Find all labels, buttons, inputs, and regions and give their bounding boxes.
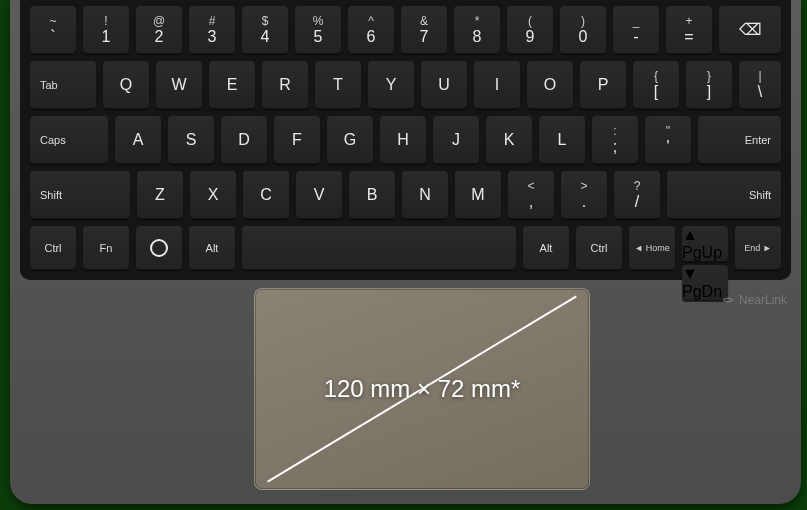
key-space[interactable] xyxy=(242,226,516,270)
key-alt-left[interactable]: Alt xyxy=(189,226,235,270)
key-a[interactable]: A xyxy=(115,116,161,164)
key-fn[interactable]: Fn xyxy=(83,226,129,270)
key-l[interactable]: L xyxy=(539,116,585,164)
key-j[interactable]: J xyxy=(433,116,479,164)
key-7[interactable]: &7 xyxy=(401,6,447,54)
key-h[interactable]: H xyxy=(380,116,426,164)
key-row-4: Shift Z X C V B N M <, >. ?/ Shift xyxy=(30,171,781,219)
key-m[interactable]: M xyxy=(455,171,501,219)
brand-text: NearLink xyxy=(739,293,787,307)
key-pgup-pgdn-stack: ▲ PgUp ▼ PgDn xyxy=(682,226,728,270)
key-r[interactable]: R xyxy=(262,61,308,109)
key-i[interactable]: I xyxy=(474,61,520,109)
key-v[interactable]: V xyxy=(296,171,342,219)
key-8[interactable]: *8 xyxy=(454,6,500,54)
nearlink-icon xyxy=(721,293,735,307)
key-u[interactable]: U xyxy=(421,61,467,109)
key-b[interactable]: B xyxy=(349,171,395,219)
key-p[interactable]: P xyxy=(580,61,626,109)
key-n[interactable]: N xyxy=(402,171,448,219)
key-alt-right[interactable]: Alt xyxy=(523,226,569,270)
key-equals[interactable]: += xyxy=(666,6,712,54)
key-e[interactable]: E xyxy=(209,61,255,109)
key-o[interactable]: O xyxy=(527,61,573,109)
key-tab[interactable]: Tab xyxy=(30,61,96,109)
key-1[interactable]: !1 xyxy=(83,6,129,54)
key-assistant[interactable] xyxy=(136,226,182,270)
key-k[interactable]: K xyxy=(486,116,532,164)
key-semicolon[interactable]: :; xyxy=(592,116,638,164)
key-row-5: Ctrl Fn Alt Alt Ctrl ◄ Home ▲ PgUp ▼ PgD… xyxy=(30,226,781,270)
key-rbracket[interactable]: }] xyxy=(686,61,732,109)
key-home[interactable]: ◄ Home xyxy=(629,226,675,270)
backspace-icon: ⌫ xyxy=(739,22,762,38)
key-end[interactable]: End ► xyxy=(735,226,781,270)
key-period[interactable]: >. xyxy=(561,171,607,219)
key-6[interactable]: ^6 xyxy=(348,6,394,54)
key-g[interactable]: G xyxy=(327,116,373,164)
key-enter[interactable]: Enter xyxy=(698,116,781,164)
key-q[interactable]: Q xyxy=(103,61,149,109)
key-ctrl-left[interactable]: Ctrl xyxy=(30,226,76,270)
circle-icon xyxy=(150,239,168,257)
key-grave[interactable]: ~` xyxy=(30,6,76,54)
key-z[interactable]: Z xyxy=(137,171,183,219)
key-c[interactable]: C xyxy=(243,171,289,219)
key-row-2: Tab Q W E R T Y U I O P {[ }] |\ xyxy=(30,61,781,109)
key-pgup[interactable]: ▲ PgUp xyxy=(682,226,728,262)
key-quote[interactable]: "' xyxy=(645,116,691,164)
laptop-body: ~` !1 @2 #3 $4 %5 ^6 &7 *8 (9 )0 _- += ⌫… xyxy=(10,0,801,504)
key-5[interactable]: %5 xyxy=(295,6,341,54)
key-lbracket[interactable]: {[ xyxy=(633,61,679,109)
key-shift-left[interactable]: Shift xyxy=(30,171,130,219)
key-minus[interactable]: _- xyxy=(613,6,659,54)
key-backslash[interactable]: |\ xyxy=(739,61,781,109)
touchpad[interactable]: 120 mm × 72 mm* xyxy=(254,288,590,490)
key-4[interactable]: $4 xyxy=(242,6,288,54)
key-d[interactable]: D xyxy=(221,116,267,164)
brand-label: NearLink xyxy=(721,293,787,307)
key-comma[interactable]: <, xyxy=(508,171,554,219)
touchpad-dimension-label: 120 mm × 72 mm* xyxy=(324,375,521,403)
key-w[interactable]: W xyxy=(156,61,202,109)
key-9[interactable]: (9 xyxy=(507,6,553,54)
key-x[interactable]: X xyxy=(190,171,236,219)
key-y[interactable]: Y xyxy=(368,61,414,109)
key-f[interactable]: F xyxy=(274,116,320,164)
key-ctrl-right[interactable]: Ctrl xyxy=(576,226,622,270)
key-slash[interactable]: ?/ xyxy=(614,171,660,219)
key-0[interactable]: )0 xyxy=(560,6,606,54)
key-capslock[interactable]: Caps xyxy=(30,116,108,164)
key-row-1: ~` !1 @2 #3 $4 %5 ^6 &7 *8 (9 )0 _- += ⌫ xyxy=(30,6,781,54)
key-backspace[interactable]: ⌫ xyxy=(719,6,781,54)
key-s[interactable]: S xyxy=(168,116,214,164)
key-row-3: Caps A S D F G H J K L :; "' Enter xyxy=(30,116,781,164)
key-shift-right[interactable]: Shift xyxy=(667,171,781,219)
key-t[interactable]: T xyxy=(315,61,361,109)
keyboard: ~` !1 @2 #3 $4 %5 ^6 &7 *8 (9 )0 _- += ⌫… xyxy=(20,0,791,280)
key-3[interactable]: #3 xyxy=(189,6,235,54)
key-2[interactable]: @2 xyxy=(136,6,182,54)
